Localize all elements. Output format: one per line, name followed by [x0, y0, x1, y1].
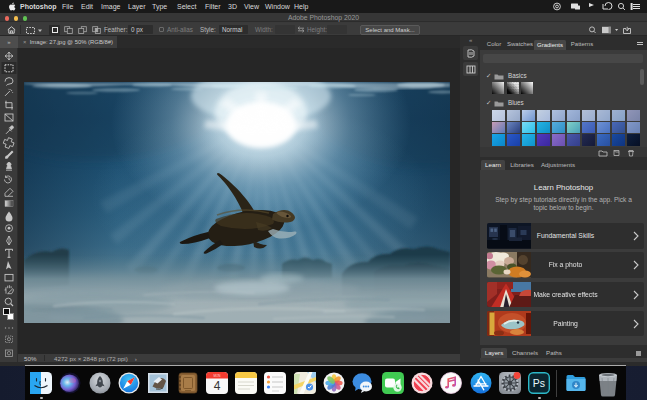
svg-text:Ps: Ps	[533, 377, 545, 389]
svg-text:MON: MON	[213, 373, 220, 377]
svg-text:4: 4	[213, 378, 220, 392]
